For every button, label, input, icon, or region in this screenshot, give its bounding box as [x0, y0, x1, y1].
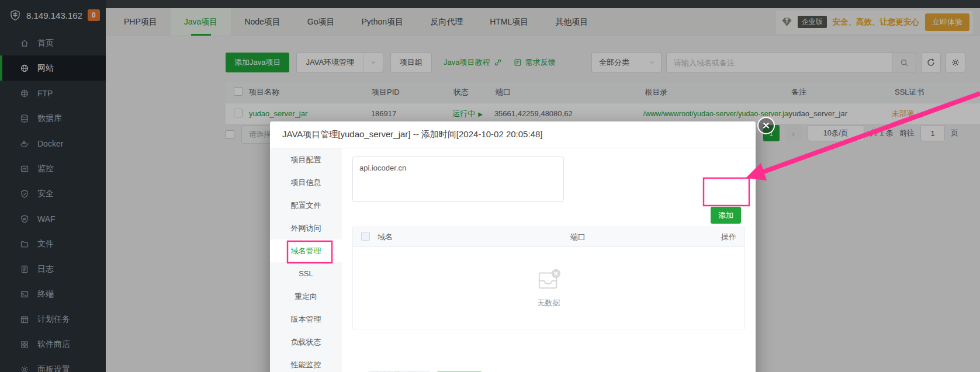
modal-tab-ssl[interactable]: SSL	[270, 262, 342, 285]
modal-tab-performance-monitor[interactable]: 性能监控	[270, 353, 342, 372]
modal-tab-project-info[interactable]: 项目信息	[270, 171, 342, 194]
add-domain-button[interactable]: 添加	[711, 207, 741, 224]
modal-tab-list: 项目配置 项目信息 配置文件 外网访问 域名管理 SSL 重定向 版本管理 负载…	[270, 148, 342, 372]
modal-tab-domain-management[interactable]: 域名管理	[270, 239, 342, 262]
modal-tab-external-access[interactable]: 外网访问	[270, 217, 342, 239]
domain-select-all-checkbox[interactable]	[361, 232, 370, 241]
modal-tab-version-management[interactable]: 版本管理	[270, 308, 342, 331]
empty-box-icon	[535, 267, 562, 292]
empty-state: 无数据	[353, 247, 744, 329]
modal-tab-load-status[interactable]: 负载状态	[270, 331, 342, 353]
modal-tab-config-file[interactable]: 配置文件	[270, 194, 342, 217]
modal-tab-redirect[interactable]: 重定向	[270, 285, 342, 308]
empty-text: 无数据	[538, 298, 560, 308]
java-project-manage-modal: JAVA项目管理[yudao_server_jar] -- 添加时间[2024-…	[270, 121, 756, 372]
modal-tab-project-config[interactable]: 项目配置	[270, 148, 342, 171]
domain-table-header: 域名 端口 操作	[353, 227, 744, 247]
modal-title: JAVA项目管理[yudao_server_jar] -- 添加时间[2024-…	[270, 121, 756, 148]
domain-table: 域名 端口 操作 无数据	[352, 227, 745, 329]
modal-close-button[interactable]	[757, 117, 775, 134]
domain-input-textarea[interactable]: api.iocoder.cn	[352, 157, 564, 202]
domain-management-panel: api.iocoder.cn 添加 域名 端口 操作 无数据	[342, 148, 756, 372]
